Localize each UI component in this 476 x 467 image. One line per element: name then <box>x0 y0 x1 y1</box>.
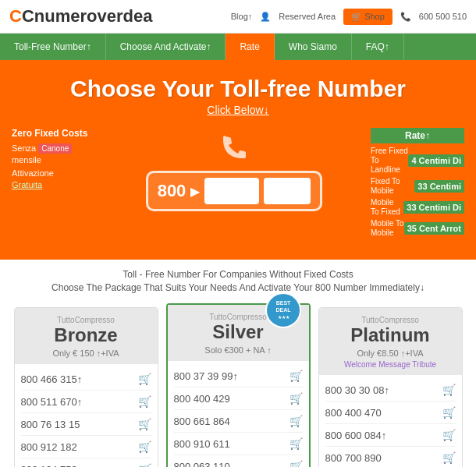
rate-label-4: Mobile To Mobile <box>371 219 404 238</box>
nav-who-siamo[interactable]: Who Siamo <box>275 34 352 60</box>
silver-badge: BEST DEAL ★★★ <box>264 291 303 333</box>
rate-row-2: Fixed To Mobile 33 Centimi <box>371 177 464 196</box>
shop-button[interactable]: 🛒 Shop <box>343 9 393 25</box>
logo-c: C <box>9 6 22 26</box>
add-to-cart-platinum-1[interactable]: 🛒 <box>442 384 456 396</box>
rate-row-1: Free Fixed To Landline 4 Centimi Di <box>371 147 464 175</box>
phone-icon: 📞 <box>400 12 411 22</box>
zero-fixed-label: Zero Fixed Costs <box>12 128 98 139</box>
canone-badge: Canone <box>38 143 72 154</box>
nav-faq[interactable]: FAQ↑ <box>352 34 404 60</box>
cart-icon: 🛒 <box>351 12 362 21</box>
add-to-cart-silver-5[interactable]: 🛒 <box>290 460 303 467</box>
subheading: Toll - Free Number For Companies Without… <box>0 260 476 299</box>
add-to-cart-platinum-4[interactable]: 🛒 <box>442 451 456 464</box>
add-to-cart-platinum-2[interactable]: 🛒 <box>442 406 456 419</box>
platinum-num-3: 800 600 084↑ 🛒 <box>325 424 456 447</box>
nav-toll-free[interactable]: Toll-Free Number↑ <box>0 34 106 60</box>
add-to-cart-silver-3[interactable]: 🛒 <box>290 415 303 427</box>
best-deal-badge: BEST DEAL ★★★ <box>264 291 303 330</box>
hero-left-items: Senza Canone mensile Attivazione Gratuit… <box>12 143 98 189</box>
platinum-type: TuttoCompresso <box>327 316 454 324</box>
nav-choose-activate[interactable]: Choose And Activate↑ <box>106 34 226 60</box>
attivazione-label: Attivazione <box>12 168 98 178</box>
number-input-2[interactable] <box>264 178 311 204</box>
bronze-numbers: 800 466 315↑ 🛒 800 511 670↑ 🛒 800 76 13 … <box>15 364 158 467</box>
svg-text:★★★: ★★★ <box>277 315 289 320</box>
platinum-num-2: 800 400 470 🛒 <box>325 402 456 424</box>
add-to-cart-bronze-4[interactable]: 🛒 <box>138 440 151 453</box>
platinum-num-4: 800 700 890 🛒 <box>325 447 456 467</box>
bronze-num-5: 800 134 752 🛒 <box>21 458 151 467</box>
bronze-num-4: 800 912 182 🛒 <box>21 436 151 458</box>
rate-value-4: 35 Cent Arrot <box>404 222 464 235</box>
platinum-header: TuttoCompresso Platinum Only €8.50 ↑+IVA… <box>319 308 462 375</box>
hero-subtitle: Click Below↓ <box>12 104 464 116</box>
phone-svg <box>218 132 250 163</box>
person-icon: 👤 <box>260 12 271 22</box>
silver-num-3: 800 661 864 🛒 <box>174 410 303 433</box>
reserved-area-link[interactable]: Reserved Area <box>279 12 336 21</box>
rate-label-1: Free Fixed To Landline <box>371 147 408 175</box>
platinum-name: Platinum <box>327 324 454 346</box>
svg-text:BEST: BEST <box>275 300 290 306</box>
silver-num-2: 800 400 429 🛒 <box>174 387 303 410</box>
bronze-type: TuttoCompresso <box>23 316 150 324</box>
senza-label: Senza Canone <box>12 143 98 153</box>
subheading-line1: Toll - Free Number For Companies Without… <box>8 269 468 280</box>
phone-number: 600 500 510 <box>419 12 467 21</box>
platinum-price: Only €8.50 ↑+IVA <box>327 348 454 358</box>
svg-text:DEAL: DEAL <box>275 307 291 313</box>
add-to-cart-platinum-3[interactable]: 🛒 <box>442 429 456 441</box>
hero-title: Choose Your Toll-free Number <box>12 76 464 102</box>
add-to-cart-bronze-1[interactable]: 🛒 <box>138 373 151 385</box>
package-silver: BEST DEAL ★★★ TuttoCompresso Silver Solo… <box>166 303 311 467</box>
bronze-price: Only € 150 ↑+IVA <box>23 348 150 358</box>
rate-label-3: Mobile To Fixed <box>371 198 403 217</box>
bronze-num-2: 800 511 670↑ 🛒 <box>21 391 151 413</box>
platinum-subtitle: Welcome Message Tribute <box>327 360 454 369</box>
hero-center-panel: 800 ▶ <box>146 128 323 211</box>
hero-right-panel: Rate↑ Free Fixed To Landline 4 Centimi D… <box>371 128 464 240</box>
add-to-cart-silver-4[interactable]: 🛒 <box>290 437 303 450</box>
header: CCnumeroverdea Blog↑ 👤 Reserved Area 🛒 S… <box>0 0 476 34</box>
add-to-cart-bronze-3[interactable]: 🛒 <box>138 418 151 430</box>
bronze-name: Bronze <box>23 324 150 346</box>
header-links: Blog↑ 👤 Reserved Area 🛒 Shop 📞 600 500 5… <box>231 9 467 25</box>
silver-num-4: 800 910 611 🛒 <box>174 433 303 455</box>
platinum-num-1: 800 30 30 08↑ 🛒 <box>325 379 456 402</box>
rate-label-2: Fixed To Mobile <box>371 177 414 196</box>
rate-value-1: 4 Centimi Di <box>408 154 464 167</box>
rate-value-2: 33 Centimi <box>414 180 464 193</box>
add-to-cart-bronze-5[interactable]: 🛒 <box>138 463 151 467</box>
arrow-icon: ▶ <box>190 184 200 199</box>
rate-value-3: 33 Centimi Di <box>403 201 464 214</box>
mensile-label: mensile <box>12 155 98 165</box>
silver-num-1: 800 37 39 99↑ 🛒 <box>174 365 303 387</box>
packages-section: TuttoCompresso Bronze Only € 150 ↑+IVA 8… <box>0 299 476 467</box>
number-selector[interactable]: 800 ▶ <box>146 171 323 211</box>
logo: CCnumeroverdea <box>9 6 152 27</box>
number-input-1[interactable] <box>204 178 259 204</box>
add-to-cart-silver-1[interactable]: 🛒 <box>290 370 303 382</box>
add-to-cart-bronze-2[interactable]: 🛒 <box>138 395 151 408</box>
hero-section: Choose Your Toll-free Number Click Below… <box>0 60 476 260</box>
gratuita-link[interactable]: Gratuita <box>12 180 98 189</box>
silver-num-5: 800 063 110 🛒 <box>174 455 303 467</box>
bronze-num-1: 800 466 315↑ 🛒 <box>21 368 151 391</box>
hero-body: Zero Fixed Costs Senza Canone mensile At… <box>12 128 464 240</box>
hero-left-panel: Zero Fixed Costs Senza Canone mensile At… <box>12 128 98 192</box>
subheading-line2: Choose The Package That Suits Your Needs… <box>8 282 468 293</box>
add-to-cart-silver-2[interactable]: 🛒 <box>290 392 303 405</box>
bronze-header: TuttoCompresso Bronze Only € 150 ↑+IVA <box>15 308 158 364</box>
blog-link[interactable]: Blog↑ <box>231 12 253 21</box>
number-prefix: 800 <box>158 181 186 201</box>
phone-icon-large <box>215 128 254 167</box>
navigation: Toll-Free Number↑ Choose And Activate↑ R… <box>0 34 476 60</box>
rate-row-4: Mobile To Mobile 35 Cent Arrot <box>371 219 464 238</box>
nav-rate[interactable]: Rate <box>226 34 274 60</box>
package-platinum: TuttoCompresso Platinum Only €8.50 ↑+IVA… <box>318 307 463 467</box>
rate-title: Rate↑ <box>371 128 464 143</box>
rate-row-3: Mobile To Fixed 33 Centimi Di <box>371 198 464 217</box>
bronze-num-3: 800 76 13 15 🛒 <box>21 413 151 436</box>
